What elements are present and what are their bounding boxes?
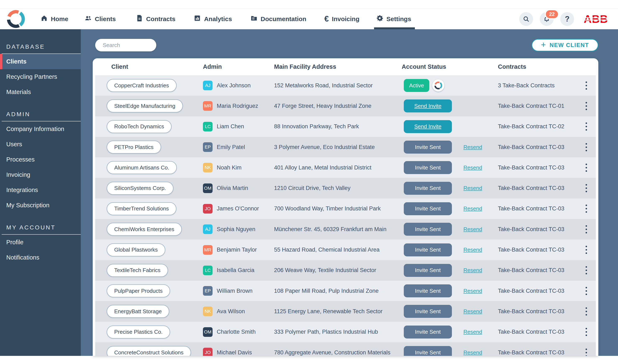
nav-items: Home Clients Contracts Analytics Documen…	[41, 9, 411, 29]
resend-link[interactable]: Resend	[463, 226, 482, 232]
search-icon	[523, 16, 530, 22]
facility-address: 47 Forge Street, Heavy Industrial Zone	[274, 103, 371, 109]
account-status-button[interactable]: Invite Sent	[404, 305, 452, 318]
new-client-button[interactable]: + NEW CLIENT	[532, 39, 598, 52]
account-status-button[interactable]: Invite Sent	[404, 243, 452, 256]
help-button[interactable]: ?	[560, 12, 574, 26]
resend-link[interactable]: Resend	[463, 349, 482, 356]
row-menu-button[interactable]	[586, 205, 596, 213]
client-name-pill[interactable]: PulpPaper Products	[107, 284, 170, 297]
row-menu-button[interactable]	[586, 246, 596, 254]
resend-link[interactable]: Resend	[463, 247, 482, 253]
account-status-button[interactable]: Invite Sent	[404, 346, 452, 356]
sidebar-item-notifications[interactable]: Notifications	[0, 250, 81, 265]
notification-badge: 22	[545, 9, 559, 19]
nav-item-analytics[interactable]: Analytics	[194, 9, 232, 29]
table-row: Global Plastworks MR Benjamin Taylor 55 …	[95, 239, 596, 260]
sidebar-item-recycling-partners[interactable]: Recycling Partners	[0, 69, 81, 84]
sidebar-section-my-account: MY ACCOUNT	[2, 224, 81, 235]
row-menu-button[interactable]	[586, 184, 596, 192]
row-menu-button[interactable]	[586, 225, 596, 234]
search-button[interactable]	[519, 12, 533, 26]
account-status-button[interactable]: Invite Sent	[404, 264, 452, 277]
row-menu-button[interactable]	[586, 287, 596, 295]
resend-link[interactable]: Resend	[463, 164, 482, 171]
account-status-button[interactable]: Invite Sent	[404, 284, 452, 297]
content-area: DATABASEClientsRecycling PartnersMateria…	[0, 29, 618, 356]
client-name-pill[interactable]: ConcreteConstruct Solutions	[107, 346, 191, 356]
resend-link[interactable]: Resend	[463, 144, 482, 150]
resend-link[interactable]: Resend	[463, 329, 482, 335]
admin-avatar: NK	[203, 307, 213, 316]
sidebar-item-clients[interactable]: Clients	[0, 54, 81, 69]
table-row: TimberTrend Solutions JO James O'Connor …	[95, 198, 596, 219]
account-status-button[interactable]: Invite Sent	[404, 141, 452, 154]
admin-name: Benjamin Taylor	[217, 247, 257, 253]
nav-item-settings[interactable]: Settings	[376, 9, 411, 29]
client-name-pill[interactable]: SteelEdge Manufacturing	[107, 100, 183, 112]
nav-item-contracts[interactable]: Contracts	[136, 9, 175, 29]
clients-icon	[84, 15, 92, 23]
account-status-button[interactable]: Active	[404, 79, 429, 92]
row-menu-button[interactable]	[586, 143, 596, 151]
client-name-pill[interactable]: TimberTrend Solutions	[107, 202, 176, 215]
resend-link[interactable]: Resend	[463, 185, 482, 191]
account-status-button[interactable]: Invite Sent	[404, 182, 452, 195]
table-body: CopperCraft Industries AJ Alex Johnson 1…	[95, 75, 596, 356]
notifications-button[interactable]: 22	[540, 12, 554, 26]
facility-address: 55 Hazard Road, Chemical Industrial Area	[274, 247, 380, 253]
browser-top-strip	[0, 0, 618, 9]
sidebar-item-invoicing[interactable]: Invoicing	[0, 167, 81, 182]
admin-name: Sophia Nguyen	[217, 226, 255, 233]
contracts-text: Take-Back Contract TC-03	[498, 144, 564, 150]
client-name-pill[interactable]: EnergyBatt Storage	[107, 305, 169, 318]
sidebar: DATABASEClientsRecycling PartnersMateria…	[0, 29, 81, 356]
account-status-button[interactable]: Invite Sent	[404, 202, 452, 215]
sidebar-item-processes[interactable]: Processes	[0, 152, 81, 167]
resend-link[interactable]: Resend	[463, 205, 482, 212]
sidebar-item-my-subscription[interactable]: My Subscription	[0, 198, 81, 213]
plus-icon: +	[541, 40, 546, 49]
row-menu-button[interactable]	[586, 307, 596, 315]
account-status-button[interactable]: Send Invite	[404, 120, 452, 133]
nav-item-home[interactable]: Home	[41, 9, 68, 29]
account-status-button[interactable]: Invite Sent	[404, 223, 452, 236]
nav-item-clients[interactable]: Clients	[84, 9, 116, 29]
nav-item-invoicing[interactable]: € Invoicing	[324, 9, 359, 29]
app-logo[interactable]	[6, 9, 26, 29]
client-name-pill[interactable]: Precise Plastics Co.	[107, 325, 170, 338]
client-name-pill[interactable]: RoboTech Dynamics	[107, 120, 172, 133]
client-name-pill[interactable]: PETPro Plastics	[107, 141, 161, 154]
admin-name: Liam Chen	[217, 123, 244, 130]
account-status-button[interactable]: Invite Sent	[404, 161, 452, 174]
sidebar-item-integrations[interactable]: Integrations	[0, 182, 81, 198]
resend-link[interactable]: Resend	[463, 308, 482, 314]
nav-item-documentation[interactable]: Documentation	[250, 9, 306, 29]
client-name-pill[interactable]: TextileTech Fabrics	[107, 264, 168, 277]
row-menu-button[interactable]	[586, 328, 596, 336]
search-input[interactable]	[103, 42, 173, 49]
resend-link[interactable]: Resend	[463, 267, 482, 273]
row-menu-button[interactable]	[586, 122, 596, 130]
client-name-pill[interactable]: SiliconSystems Corp.	[107, 182, 173, 195]
client-name-pill[interactable]: CopperCraft Industries	[107, 79, 177, 92]
search-field-wrap	[95, 39, 156, 52]
row-menu-button[interactable]	[586, 164, 596, 172]
row-menu-button[interactable]	[586, 349, 596, 356]
gear-icon	[376, 15, 383, 23]
resend-link[interactable]: Resend	[463, 288, 482, 294]
client-name-pill[interactable]: Global Plastworks	[107, 243, 165, 256]
client-name-pill[interactable]: ChemiWorks Enterprises	[107, 223, 182, 236]
account-status-button[interactable]: Invite Sent	[404, 325, 452, 338]
row-menu-button[interactable]	[586, 102, 596, 110]
contract-icon	[136, 15, 143, 23]
account-status-button[interactable]: Send Invite	[404, 100, 452, 112]
sidebar-item-company-information[interactable]: Company Information	[0, 121, 81, 137]
sidebar-item-materials[interactable]: Materials	[0, 84, 81, 100]
client-name-pill[interactable]: Aluminum Artisans Co.	[107, 161, 177, 174]
kebab-icon	[586, 122, 587, 130]
row-menu-button[interactable]	[586, 266, 596, 274]
sidebar-item-users[interactable]: Users	[0, 137, 81, 152]
sidebar-item-profile[interactable]: Profile	[0, 235, 81, 250]
row-menu-button[interactable]	[586, 81, 596, 90]
